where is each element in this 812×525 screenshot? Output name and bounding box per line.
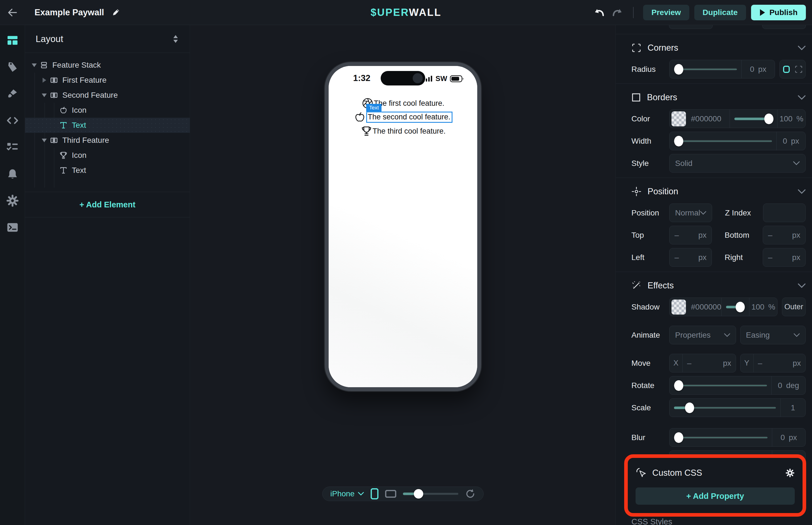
bell-icon[interactable] [6,168,19,180]
custom-css-gear-icon[interactable] [785,468,795,478]
signal-icon [423,75,433,82]
border-color-row: Color #000000 100% [631,109,806,128]
add-element-button[interactable]: + Add Element [25,192,190,217]
width-control: 0px [669,132,806,150]
blur-value[interactable]: 0px [772,429,805,447]
hex-value[interactable]: #000000 [691,115,721,123]
tree-item-text-selected[interactable]: Text [25,118,190,133]
move-x-input[interactable]: X –px [669,354,736,373]
caret-down-icon[interactable] [40,93,48,97]
checklist-icon[interactable] [6,141,19,153]
brush-icon[interactable] [6,88,19,100]
publish-button[interactable]: Publish [751,5,806,20]
tree-item-feature-stack[interactable]: Feature Stack [25,58,190,73]
design-canvas[interactable]: 1:32 SW The first co [190,25,615,525]
shadow-opacity-slider[interactable] [721,298,749,316]
tree-item-label: Icon [72,106,87,115]
blur-slider[interactable] [670,429,772,447]
shadow-opacity-value[interactable]: 100% [749,298,777,316]
radius-value[interactable]: 0px [741,60,775,78]
feature-row-selected[interactable]: Text The second cool feature. [353,111,452,124]
tree-item-icon[interactable]: Icon [25,148,190,163]
color-swatch[interactable] [672,111,686,126]
move-y-input[interactable]: Y –px [740,354,806,373]
position-dropdown[interactable]: Normal [669,204,712,222]
width-value[interactable]: 0px [776,132,805,150]
rotate-value[interactable]: 0deg [771,376,805,394]
color-swatch-field[interactable]: #000000 [670,111,730,126]
zindex-input[interactable] [763,204,806,222]
cursor-click-icon [635,468,646,478]
gear-icon[interactable] [6,195,19,207]
feature-row[interactable]: The third cool feature. [361,125,446,137]
portrait-icon[interactable] [371,488,379,499]
corner-mode-toggle[interactable] [779,60,806,78]
chevron-down-icon[interactable] [798,46,806,50]
clipped-input[interactable] [669,25,713,29]
properties-panel: Corners Radius 0px Borders [615,25,812,525]
chevron-down-icon[interactable] [798,189,806,194]
move-label: Move [631,359,669,368]
chevron-down-icon[interactable] [798,283,806,288]
sort-icon[interactable] [172,34,179,44]
hex-value[interactable]: #000000 [691,303,721,312]
tree-item-second-feature[interactable]: Second Feature [25,88,190,103]
opacity-value[interactable]: 100% [777,110,805,128]
caret-down-icon[interactable] [40,138,48,142]
layout-tab-icon[interactable] [6,34,19,46]
shadow-swatch[interactable] [672,300,686,315]
selected-text-element[interactable]: Text The second cool feature. [366,111,452,123]
refresh-icon[interactable] [465,489,476,499]
rotate-slider[interactable] [670,376,771,394]
slider-knob[interactable] [414,489,423,498]
tree-item-label: Third Feature [62,136,109,145]
edit-title-icon[interactable] [111,8,120,17]
iphone-mockup: 1:32 SW The first co [325,62,481,391]
caret-down-icon[interactable] [30,63,39,68]
shadow-outer-button[interactable]: Outer [782,298,806,316]
x-prefix: X [670,354,683,372]
landscape-icon[interactable] [385,490,396,498]
chevron-down-icon [794,333,800,337]
tree-item-third-feature[interactable]: Third Feature [25,133,190,148]
add-property-button[interactable]: + Add Property [635,487,795,505]
code-icon[interactable] [6,115,19,127]
preview-button[interactable]: Preview [643,5,689,20]
columns-icon [48,76,60,85]
caret-right-icon[interactable] [40,77,48,83]
animate-easing-dropdown[interactable]: Easing [740,326,806,344]
terminal-icon[interactable] [6,221,19,234]
redo-icon[interactable] [611,6,624,19]
tree-item-text[interactable]: Text [25,163,190,178]
device-selector[interactable]: iPhone [330,489,364,498]
radius-slider[interactable] [670,60,741,78]
back-button[interactable] [0,6,25,19]
undo-icon[interactable] [593,6,606,19]
apple-icon [353,111,366,124]
style-dropdown[interactable]: Solid [669,154,806,172]
animate-properties-dropdown[interactable]: Properties [669,326,736,344]
scale-value[interactable]: 1 [780,399,805,417]
css-styles-label: CSS Styles [631,517,672,525]
tag-icon[interactable] [6,61,19,73]
chevron-down-icon[interactable] [798,95,806,100]
top-input[interactable]: –px [669,226,712,244]
left-input[interactable]: –px [669,248,712,267]
clipped-input[interactable] [762,25,806,29]
scale-slider[interactable] [670,399,780,417]
section-title: Custom CSS [652,468,702,478]
bottom-input[interactable]: –px [763,226,806,244]
shadow-color-field[interactable]: #000000 [670,300,721,315]
opacity-slider[interactable] [730,110,777,128]
phone-screen[interactable]: 1:32 SW The first co [328,66,477,387]
tree-item-label: Feature Stack [52,61,101,70]
style-label: Style [631,159,669,168]
duplicate-button[interactable]: Duplicate [694,5,746,20]
right-input[interactable]: –px [763,248,806,267]
layer-tree: Feature Stack First Feature Second Featu… [25,53,190,178]
tree-item-first-feature[interactable]: First Feature [25,73,190,88]
width-slider[interactable] [670,132,776,150]
zoom-slider[interactable] [403,487,458,501]
columns-icon [48,136,60,145]
tree-item-icon[interactable]: Icon [25,103,190,118]
